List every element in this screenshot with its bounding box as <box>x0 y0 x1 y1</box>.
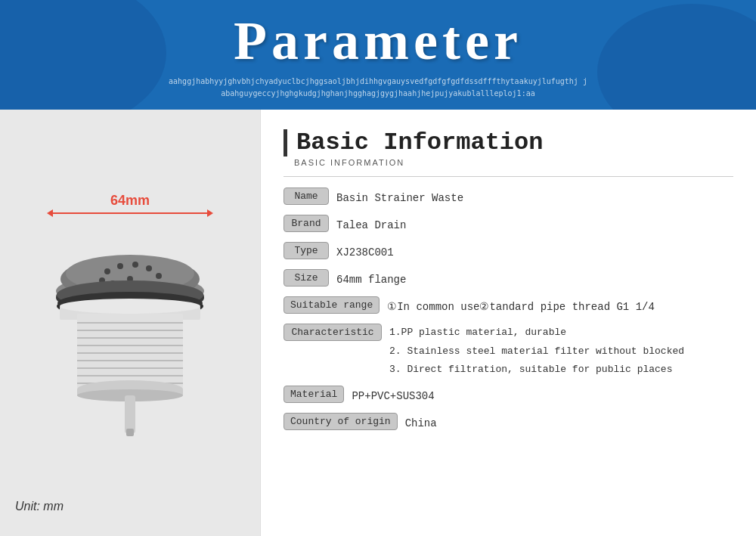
product-svg <box>51 225 209 444</box>
label-suitable-range: Suitable range <box>284 296 380 314</box>
label-characteristic: Characteristic <box>284 324 382 341</box>
dimension-indicator: 64mm <box>32 193 228 218</box>
svg-point-5 <box>117 263 123 269</box>
info-row-name: Name Basin Strainer Waste <box>284 187 733 209</box>
header-subtitle: aahggjhabhyyjghvbhjchyadyuclbcjhggsaoljb… <box>169 76 587 100</box>
section-title-wrapper: Basic Information BASIC INFORMATION <box>284 129 733 167</box>
value-type: XJ238C001 <box>336 242 394 262</box>
divider <box>284 176 733 177</box>
unit-label: Unit: mm <box>15 500 64 513</box>
value-name: Basin Strainer Waste <box>336 187 463 208</box>
svg-rect-34 <box>125 395 135 433</box>
arrow-container <box>47 209 213 218</box>
svg-point-6 <box>132 262 138 268</box>
svg-rect-35 <box>126 429 134 436</box>
label-size: Size <box>284 269 329 287</box>
info-row-characteristic: Characteristic 1.PP plastic material, du… <box>284 324 733 380</box>
section-title-main: Basic Information <box>284 129 733 156</box>
label-material: Material <box>284 386 344 403</box>
characteristic-item-2: 2. Stainless steel material filter witho… <box>389 342 684 361</box>
product-image-area: 64mm <box>24 179 236 466</box>
info-row-country: Country of origin China <box>284 413 733 434</box>
label-country: Country of origin <box>284 413 398 430</box>
page-title: Parameter <box>234 10 522 73</box>
header-section: Parameter aahggjhabhyyjghvbhjchyadyuclbc… <box>0 0 756 110</box>
dimension-line <box>53 212 207 214</box>
left-panel: 64mm <box>0 110 261 536</box>
page-wrapper: Parameter aahggjhabhyyjghvbhjchyadyuclbc… <box>0 0 756 536</box>
dimension-label: 64mm <box>110 193 150 209</box>
info-row-size: Size 64mm flange <box>284 269 733 290</box>
right-arrow-icon <box>207 209 213 217</box>
right-panel: Basic Information BASIC INFORMATION Name… <box>261 110 756 536</box>
info-row-brand: Brand Talea Drain <box>284 215 733 236</box>
info-row-type: Type XJ238C001 <box>284 242 733 263</box>
title-bar-icon <box>284 129 287 156</box>
section-title-sub: BASIC INFORMATION <box>294 158 733 167</box>
characteristic-item-1: 1.PP plastic material, durable <box>389 324 684 342</box>
svg-rect-21 <box>77 314 183 389</box>
subtitle-line1: aahggjhabhyyjghvbhjchyadyuclbcjhggsaoljb… <box>169 77 587 85</box>
info-row-material: Material PP+PVC+SUS304 <box>284 386 733 407</box>
label-name: Name <box>284 187 329 205</box>
svg-point-8 <box>156 273 162 279</box>
value-brand: Talea Drain <box>336 215 406 235</box>
svg-point-4 <box>104 268 110 274</box>
label-type: Type <box>284 242 329 259</box>
svg-point-20 <box>60 299 200 314</box>
characteristic-list: 1.PP plastic material, durable 2. Stainl… <box>389 324 684 380</box>
value-suitable-range: ①In common use②tandard pipe thread G1 1/… <box>387 296 655 317</box>
characteristic-item-3: 3. Direct filtration, suitable for publi… <box>389 361 684 380</box>
value-country: China <box>405 413 437 433</box>
subtitle-line2: abahguygeccyjhghgkudgjhghanjhgghagjgygjh… <box>221 89 534 98</box>
main-content: 64mm <box>0 110 756 536</box>
value-size: 64mm flange <box>336 269 406 290</box>
info-row-suitable-range: Suitable range ①In common use②tandard pi… <box>284 296 733 318</box>
label-brand: Brand <box>284 215 329 232</box>
left-arrow-icon <box>47 209 53 217</box>
value-material: PP+PVC+SUS304 <box>352 386 434 406</box>
section-title-text: Basic Information <box>296 129 543 156</box>
svg-point-7 <box>146 265 152 271</box>
